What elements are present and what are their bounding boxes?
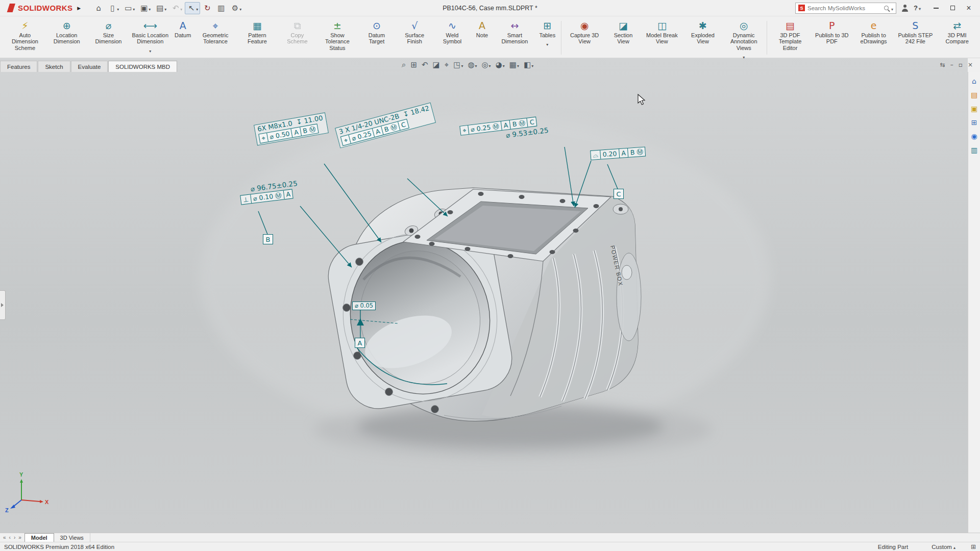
zoom-fit-icon[interactable]: ⌕ xyxy=(400,59,407,70)
datum-flag-c[interactable]: C xyxy=(614,189,624,199)
user-account-icon[interactable] xyxy=(901,5,909,12)
cascade-windows-icon[interactable]: ⇆ xyxy=(940,61,945,69)
undo-icon[interactable]: ↶ xyxy=(169,2,184,14)
search-input[interactable] xyxy=(807,5,881,11)
ribbon-button-model-break-view[interactable]: ◫ Model Break View xyxy=(641,18,683,58)
tab-scroll-button[interactable]: › xyxy=(13,535,16,540)
apply-scene-icon[interactable]: ▦ xyxy=(508,59,521,70)
unit-system-selector[interactable]: Custom xyxy=(932,544,955,550)
ribbon-button-smart-dimension[interactable]: ↔ Smart Dimension xyxy=(494,18,535,58)
dropdown-caret-icon[interactable] xyxy=(489,60,491,69)
datum-flag-a[interactable]: A xyxy=(355,338,365,348)
edit-appearance-icon[interactable]: ◕ xyxy=(494,59,506,70)
tab-solidworks-mbd[interactable]: SOLIDWORKS MBD xyxy=(108,61,177,72)
ribbon-button-geometric-tolerance[interactable]: ⌖ Geometric Tolerance xyxy=(194,18,236,58)
minimize-button[interactable] xyxy=(928,2,944,15)
ribbon-button-show-tolerance-status[interactable]: ± Show Tolerance Status xyxy=(316,18,358,58)
dropdown-caret-icon[interactable] xyxy=(149,45,151,55)
minimize-document-icon[interactable]: – xyxy=(950,61,953,69)
ribbon-button-publish-to-edrawings[interactable]: e Publish to eDrawings xyxy=(853,18,895,58)
open-icon[interactable]: ▭ xyxy=(121,2,137,14)
close-button[interactable]: × xyxy=(961,2,977,15)
datum-flag-b[interactable]: B xyxy=(263,234,273,244)
custom-properties-icon[interactable]: ▥ xyxy=(971,146,977,154)
display-style-icon[interactable]: ◍ xyxy=(466,59,478,70)
tab-features[interactable]: Features xyxy=(0,61,37,72)
ribbon-button-tables[interactable]: ⊞ Tables xyxy=(535,18,559,58)
ribbon-button-copy-scheme[interactable]: ⧉ Copy Scheme xyxy=(278,18,316,58)
tab-scroll-button[interactable]: « xyxy=(3,535,7,540)
file-properties-icon[interactable]: ▥ xyxy=(214,2,228,14)
dropdown-caret-icon[interactable] xyxy=(503,60,505,69)
menu-flyout-arrow-icon[interactable]: ▶ xyxy=(77,6,81,11)
ribbon-button-icon: ◉ xyxy=(580,19,589,32)
solidworks-resources-icon[interactable]: ⌂ xyxy=(972,77,976,85)
status-grid-icon[interactable]: ⊞ xyxy=(971,543,976,550)
zoom-area-icon[interactable]: ⊞ xyxy=(409,59,419,70)
section-view-icon[interactable]: ◪ xyxy=(431,59,442,70)
appearances-icon[interactable]: ◉ xyxy=(971,132,977,140)
ribbon-button-datum[interactable]: A Datum xyxy=(171,18,194,58)
tab-evaluate[interactable]: Evaluate xyxy=(71,61,108,72)
ribbon-button-dynamic-annotation-views[interactable]: ◎ Dynamic Annotation Views xyxy=(723,18,765,58)
tab-scroll-button[interactable]: ‹ xyxy=(9,535,11,540)
annotation-views-icon[interactable]: ⌖ xyxy=(443,59,450,70)
doc-tab-model[interactable]: Model xyxy=(24,533,54,542)
ribbon-button-exploded-view[interactable]: ✱ Exploded View xyxy=(683,18,723,58)
ribbon-button-size-dimension[interactable]: ⌀ Size Dimension xyxy=(88,18,130,58)
close-document-icon[interactable]: × xyxy=(968,61,973,69)
new-document-icon[interactable]: ▯ xyxy=(106,2,121,14)
search-scope-caret-icon[interactable] xyxy=(891,4,893,13)
ribbon-button-datum-target[interactable]: ⊙ Datum Target xyxy=(358,18,395,58)
dropdown-caret-icon[interactable] xyxy=(546,39,548,48)
ribbon-button-auto-dimension-scheme[interactable]: ⚡ Auto Dimension Scheme xyxy=(4,18,46,58)
ribbon-button-pattern-feature[interactable]: ▦ Pattern Feature xyxy=(236,18,278,58)
ribbon-button-note[interactable]: A Note xyxy=(470,18,494,58)
home-icon[interactable]: ⌂ xyxy=(92,2,105,14)
help-menu[interactable]: ? xyxy=(914,4,921,12)
options-icon[interactable]: ⚙ xyxy=(228,2,243,14)
bore-runout-callout[interactable]: ⌀ 0.05 xyxy=(352,302,376,310)
search-box[interactable]: S xyxy=(795,3,896,14)
ribbon-button-basic-location-dimension[interactable]: ⟷ Basic Location Dimension xyxy=(129,18,171,58)
ribbon-button-location-dimension[interactable]: ⊕ Location Dimension xyxy=(46,18,88,58)
ribbon-button-section-view[interactable]: ◪ Section View xyxy=(605,18,641,58)
dropdown-caret-icon[interactable] xyxy=(517,60,519,69)
dropdown-caret-icon[interactable] xyxy=(461,60,463,69)
tab-sketch[interactable]: Sketch xyxy=(38,61,70,72)
previous-view-icon[interactable]: ↶ xyxy=(420,59,430,70)
search-icon[interactable] xyxy=(884,6,889,10)
tab-scroll-button[interactable]: » xyxy=(18,535,22,540)
ribbon-button-3d-pdf-template-editor[interactable]: ▤ 3D PDF Template Editor xyxy=(769,18,811,58)
configuration-tab-bar: «‹›» Model3D Views xyxy=(0,533,980,542)
ribbon-button-weld-symbol[interactable]: ∿ Weld Symbol xyxy=(434,18,470,58)
ribbon-button-surface-finish[interactable]: √ Surface Finish xyxy=(395,18,434,58)
ribbon-button-publish-step-242-file[interactable]: S Publish STEP 242 File xyxy=(895,18,937,58)
solidworks-logo-text: SOLIDWORKS xyxy=(18,4,72,12)
ribbon-item[interactable] xyxy=(767,21,767,55)
restore-button[interactable] xyxy=(944,2,961,15)
file-explorer-icon[interactable]: ▣ xyxy=(971,105,977,113)
rebuild-icon[interactable]: ↻ xyxy=(201,2,214,14)
orientation-triad[interactable]: Y X Z xyxy=(5,471,49,513)
ribbon-button-3d-pmi-compare[interactable]: ⇄ 3D PMI Compare xyxy=(936,18,978,58)
featuremanager-flyout-handle[interactable] xyxy=(0,290,6,320)
doc-tab-3d-views[interactable]: 3D Views xyxy=(54,533,90,542)
ribbon-item[interactable] xyxy=(561,21,561,55)
save-icon[interactable]: ▣ xyxy=(137,2,153,14)
view-settings-icon[interactable]: ◧ xyxy=(522,59,535,70)
print-icon[interactable]: ▤ xyxy=(153,2,168,14)
ribbon-button-icon: ◎ xyxy=(740,19,748,32)
hide-show-items-icon[interactable]: ◎ xyxy=(480,59,493,70)
design-library-icon[interactable]: ▤ xyxy=(971,91,977,99)
view-orientation-icon[interactable]: ◳ xyxy=(452,59,464,70)
ribbon-button-capture-3d-view[interactable]: ◉ Capture 3D View xyxy=(564,18,605,58)
ribbon-button-publish-to-3d-pdf[interactable]: P Publish to 3D PDF xyxy=(811,18,853,58)
restore-document-icon[interactable]: ▫ xyxy=(959,61,963,69)
dropdown-caret-icon[interactable] xyxy=(743,52,745,61)
view-palette-icon[interactable]: ⊞ xyxy=(971,118,977,127)
graphics-viewport[interactable]: POWER BOX Y X xyxy=(0,58,968,533)
dropdown-caret-icon[interactable] xyxy=(475,60,477,69)
select-icon[interactable]: ↖ xyxy=(185,2,200,14)
dropdown-caret-icon[interactable] xyxy=(531,60,533,69)
